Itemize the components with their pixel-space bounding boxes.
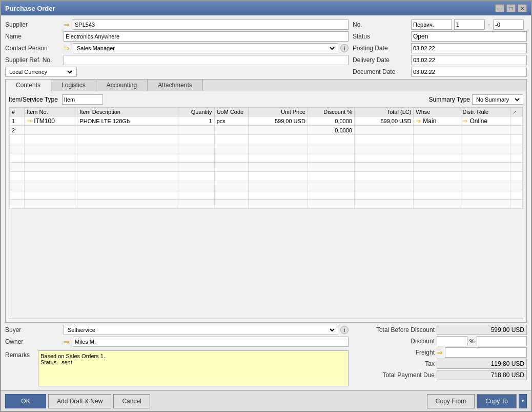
table-row[interactable] <box>10 135 523 144</box>
buyer-row: Buyer Selfservice i <box>5 325 349 335</box>
header-right: No. - Status Open <box>353 19 527 77</box>
table-row[interactable]: 2 0,0000 <box>10 126 523 135</box>
table-row[interactable] <box>10 153 523 163</box>
summary-type-field[interactable]: No Summary <box>472 94 523 105</box>
table-header-row: # Item No. Item Description Quantity UoM… <box>10 108 523 116</box>
ok-button[interactable]: OK <box>5 394 46 408</box>
tab-accounting[interactable]: Accounting <box>96 80 148 91</box>
maximize-button[interactable]: □ <box>506 4 516 12</box>
table-row[interactable] <box>10 163 523 172</box>
total-payment-label: Total Payment Due <box>353 371 435 379</box>
document-date-field[interactable] <box>411 67 527 77</box>
name-field[interactable] <box>64 31 349 42</box>
tax-row: Tax 119,80 USD <box>353 359 527 369</box>
buyer-info-icon[interactable]: i <box>340 326 349 334</box>
posting-date-input[interactable] <box>413 45 525 51</box>
minimize-button[interactable]: — <box>495 4 504 12</box>
col-distr: Distr. Rule <box>460 108 510 116</box>
row2-desc <box>77 126 177 135</box>
no-number-input[interactable] <box>456 22 483 28</box>
no-number-field[interactable] <box>454 19 485 30</box>
row1-desc: PHONE LTE 128Gb <box>77 116 177 126</box>
cancel-button[interactable]: Cancel <box>113 394 150 408</box>
delivery-date-input[interactable] <box>413 57 525 63</box>
summary-type-select[interactable]: No Summary <box>474 96 521 103</box>
supplier-ref-input[interactable] <box>66 57 346 63</box>
item-type-field[interactable] <box>62 94 103 105</box>
copy-from-button[interactable]: Copy From <box>427 394 475 408</box>
remarks-label: Remarks <box>5 350 36 386</box>
window-controls: — □ ✕ <box>495 4 527 12</box>
table-row[interactable]: 1 ⇒ ITM100 PHONE LTE 128Gb 1 pcs <box>10 116 523 126</box>
tabs-section: Contents Logistics Accounting Attachment… <box>5 79 527 323</box>
row2-num: 2 <box>10 126 25 135</box>
add-draft-button[interactable]: Add Draft & New <box>48 394 111 408</box>
table-row[interactable] <box>10 181 523 190</box>
col-uom: UoM Code <box>214 108 249 116</box>
freight-row: Freight ⇒ <box>353 347 527 358</box>
buyer-label: Buyer <box>5 326 62 333</box>
name-label: Name <box>5 33 62 40</box>
supplier-field[interactable] <box>73 19 349 30</box>
contact-person-field[interactable]: Sales Manager <box>73 43 338 53</box>
tab-attachments[interactable]: Attachments <box>148 80 203 91</box>
buyer-field[interactable]: Selfservice <box>64 325 338 335</box>
posting-date-field[interactable] <box>411 43 527 53</box>
freight-value-field[interactable] <box>445 347 527 358</box>
delivery-date-label: Delivery Date <box>353 56 409 64</box>
title-bar: Purchase Order — □ ✕ <box>1 1 531 15</box>
row2-uom <box>214 126 249 135</box>
document-date-label: Document Date <box>353 68 409 75</box>
currency-row: Local Currency <box>5 67 349 77</box>
row1-uom: pcs <box>214 116 249 126</box>
table-row[interactable] <box>10 144 523 153</box>
no-suffix-field[interactable] <box>493 19 524 30</box>
copy-to-dropdown-button[interactable]: ▼ <box>519 394 527 408</box>
main-content: Supplier ⇒ Name Contact Person ⇒ <box>1 15 531 390</box>
owner-field[interactable] <box>73 337 349 347</box>
owner-input[interactable] <box>75 339 346 345</box>
tab-logistics[interactable]: Logistics <box>51 80 96 91</box>
copy-to-button[interactable]: Copy To <box>477 394 517 408</box>
expand-icon: ↗ <box>513 109 517 115</box>
supplier-input[interactable] <box>75 22 346 28</box>
contact-person-select[interactable]: Sales Manager <box>75 45 336 52</box>
status-label: Status <box>353 33 409 40</box>
contact-info-icon[interactable]: i <box>340 44 349 52</box>
discount-amount-field[interactable] <box>477 336 527 346</box>
row2-item-no <box>25 126 77 135</box>
copy-to-dropdown-icon: ▼ <box>521 399 525 403</box>
delivery-date-field[interactable] <box>411 55 527 65</box>
table-row[interactable] <box>10 190 523 200</box>
close-button[interactable]: ✕ <box>518 4 527 12</box>
supplier-arrow-icon: ⇒ <box>64 21 70 29</box>
currency-field[interactable]: Local Currency <box>5 67 77 77</box>
table-row[interactable] <box>10 172 523 181</box>
supplier-label: Supplier <box>5 21 62 28</box>
posting-date-label: Posting Date <box>353 45 409 52</box>
supplier-ref-field[interactable] <box>64 55 349 65</box>
document-date-input[interactable] <box>413 69 525 75</box>
no-label: No. <box>353 21 409 28</box>
buyer-select[interactable]: Selfservice <box>66 326 336 333</box>
supplier-ref-label: Supplier Ref. No. <box>5 56 62 64</box>
no-type-field[interactable] <box>411 19 452 30</box>
table-row[interactable] <box>10 200 523 209</box>
total-before-discount-label: Total Before Discount <box>353 326 435 333</box>
supplier-ref-row: Supplier Ref. No. <box>5 55 349 65</box>
remarks-row: Remarks Based on Sales Orders 1. Status … <box>5 350 349 386</box>
row1-distr: ⇒ Online <box>460 116 510 126</box>
no-suffix-input[interactable] <box>495 22 522 28</box>
discount-amount-input[interactable] <box>477 337 526 344</box>
remarks-textarea[interactable]: Based on Sales Orders 1. Status - sent <box>38 350 349 386</box>
currency-select[interactable]: Local Currency <box>7 68 74 75</box>
tax-value: 119,80 USD <box>437 359 527 369</box>
tab-contents[interactable]: Contents <box>6 80 51 91</box>
discount-pct-input[interactable] <box>437 337 467 344</box>
freight-input[interactable] <box>447 349 524 356</box>
tax-label: Tax <box>353 360 435 367</box>
discount-pct-field[interactable] <box>437 336 467 346</box>
no-type-input[interactable] <box>413 22 450 28</box>
item-type-input[interactable] <box>64 96 101 103</box>
name-input[interactable] <box>66 33 346 40</box>
